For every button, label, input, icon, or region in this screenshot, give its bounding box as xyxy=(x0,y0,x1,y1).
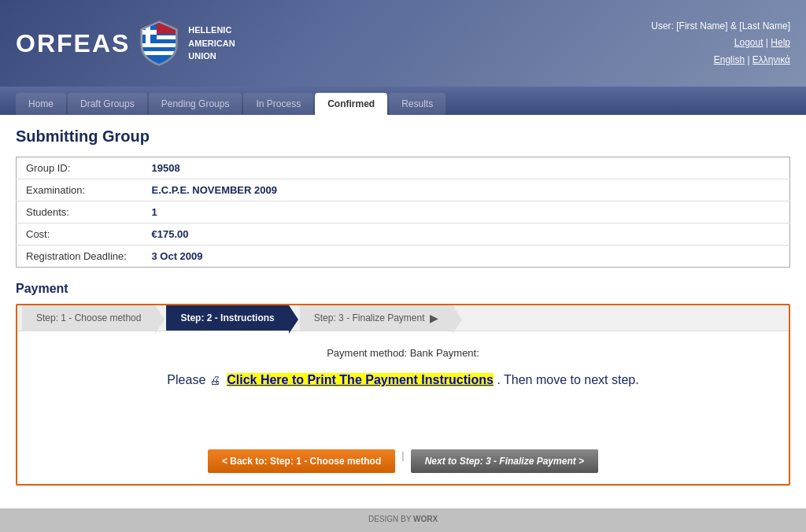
print-payment-link[interactable]: Click Here to Print The Payment Instruct… xyxy=(227,373,494,386)
print-instruction: Please 🖨 Click Here to Print The Payment… xyxy=(33,373,773,387)
nav-bar: Home Draft Groups Pending Groups In Proc… xyxy=(0,87,806,115)
tab-confirmed[interactable]: Confirmed xyxy=(315,93,387,115)
logout-link[interactable]: Logout xyxy=(734,37,763,48)
table-row: Students: 1 xyxy=(17,201,790,224)
page-title: Submitting Group xyxy=(16,127,790,146)
table-row: Cost: €175.00 xyxy=(17,224,790,246)
group-id-label: Group ID: xyxy=(17,157,142,179)
lang-en-link[interactable]: English xyxy=(714,54,745,65)
reg-deadline-value: 3 Oct 2009 xyxy=(142,246,790,268)
svg-rect-7 xyxy=(142,30,157,35)
payment-section-title: Payment xyxy=(16,282,790,296)
examination-label: Examination: xyxy=(17,179,142,201)
page-footer: DESIGN BY WORX xyxy=(0,508,806,530)
main-content: Submitting Group Group ID: 19508 Examina… xyxy=(0,115,806,508)
group-id-value: 19508 xyxy=(142,157,790,179)
payment-box: Step: 1 - Choose method Step: 2 - Instru… xyxy=(16,304,790,486)
tab-home[interactable]: Home xyxy=(16,93,66,115)
help-link[interactable]: Help xyxy=(771,37,790,48)
footer-company: WORX xyxy=(413,515,438,523)
table-row: Examination: E.C.P.E. NOVEMBER 2009 xyxy=(17,179,790,201)
step-3[interactable]: Step: 3 - Finalize Payment ▶ xyxy=(300,305,453,331)
students-value: 1 xyxy=(142,201,790,224)
printer-icon: 🖨 xyxy=(209,374,220,386)
header: ORFEAS xyxy=(0,0,806,87)
user-area: User: [First Name] & [Last Name] Logout … xyxy=(651,18,790,69)
table-row: Group ID: 19508 xyxy=(17,157,790,179)
lang-gr-link[interactable]: Ελληνικά xyxy=(752,54,790,65)
back-button[interactable]: < Back to: Step: 1 - Choose method xyxy=(208,449,395,473)
instruction-prefix: Please xyxy=(167,373,205,386)
button-separator: | xyxy=(400,449,405,473)
step-1[interactable]: Step: 1 - Choose method xyxy=(22,305,155,331)
tab-pending-groups[interactable]: Pending Groups xyxy=(149,93,242,115)
instruction-suffix: . Then move to next step. xyxy=(497,373,638,386)
students-label: Students: xyxy=(17,201,142,224)
group-info-table: Group ID: 19508 Examination: E.C.P.E. NO… xyxy=(16,157,790,268)
tab-draft-groups[interactable]: Draft Groups xyxy=(68,93,147,115)
cost-label: Cost: xyxy=(17,224,142,246)
tab-in-process[interactable]: In Process xyxy=(243,93,313,115)
steps-bar: Step: 1 - Choose method Step: 2 - Instru… xyxy=(17,305,789,331)
reg-deadline-label: Registration Deadline: xyxy=(17,246,142,268)
payment-method-label: Payment method: Bank Payment: xyxy=(33,347,773,359)
user-label: User: [First Name] & [Last Name] xyxy=(651,18,790,35)
table-row: Registration Deadline: 3 Oct 2009 xyxy=(17,246,790,268)
next-button[interactable]: Next to Step: 3 - Finalize Payment > xyxy=(411,449,598,473)
tab-results[interactable]: Results xyxy=(389,93,446,115)
step-2[interactable]: Step: 2 - Instructions xyxy=(166,305,288,331)
logo-text: ORFEAS xyxy=(16,29,130,58)
logo-shield-icon xyxy=(139,20,179,67)
svg-rect-3 xyxy=(142,43,176,47)
footer-design-by: DESIGN BY xyxy=(368,515,411,523)
payment-content: Payment method: Bank Payment: Please 🖨 C… xyxy=(17,331,789,441)
logo-area: ORFEAS xyxy=(16,20,235,67)
payment-footer: < Back to: Step: 1 - Choose method | Nex… xyxy=(17,441,789,484)
cost-value: €175.00 xyxy=(142,224,790,246)
svg-rect-4 xyxy=(142,51,176,55)
examination-value: E.C.P.E. NOVEMBER 2009 xyxy=(142,179,790,201)
step3-arrow-icon: ▶ xyxy=(430,312,438,324)
org-name: HELLENIC AMERICAN UNION xyxy=(188,24,235,63)
